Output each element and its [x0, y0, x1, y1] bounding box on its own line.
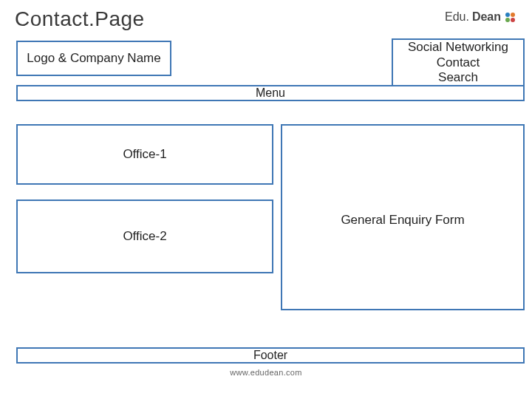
menu-box: Menu [16, 85, 525, 101]
brand-dots-icon [505, 13, 517, 22]
top-right-box: Social Networking Contact Search [392, 38, 525, 87]
footer-box: Footer [16, 347, 525, 364]
office-1-label: Office-1 [123, 147, 166, 162]
page-title: Contact.Page [15, 7, 145, 31]
brand-text-1: Edu. [445, 10, 469, 24]
footer-url: www.edudean.com [0, 368, 532, 377]
social-networking-label: Social Networking [408, 40, 508, 55]
brand-logo: Edu.Dean [445, 10, 517, 24]
enquiry-label: General Enquiry Form [341, 213, 464, 228]
office-2-box: Office-2 [16, 200, 273, 273]
office-1-box: Office-1 [16, 124, 273, 185]
footer-label: Footer [253, 348, 287, 362]
office-2-label: Office-2 [123, 229, 166, 244]
menu-label: Menu [256, 86, 285, 100]
search-label: Search [438, 70, 478, 85]
contact-label: Contact [437, 55, 480, 70]
logo-company-label: Logo & Company Name [27, 51, 160, 66]
logo-company-box: Logo & Company Name [16, 41, 171, 76]
enquiry-box: General Enquiry Form [281, 124, 525, 310]
brand-text-2: Dean [472, 10, 501, 24]
